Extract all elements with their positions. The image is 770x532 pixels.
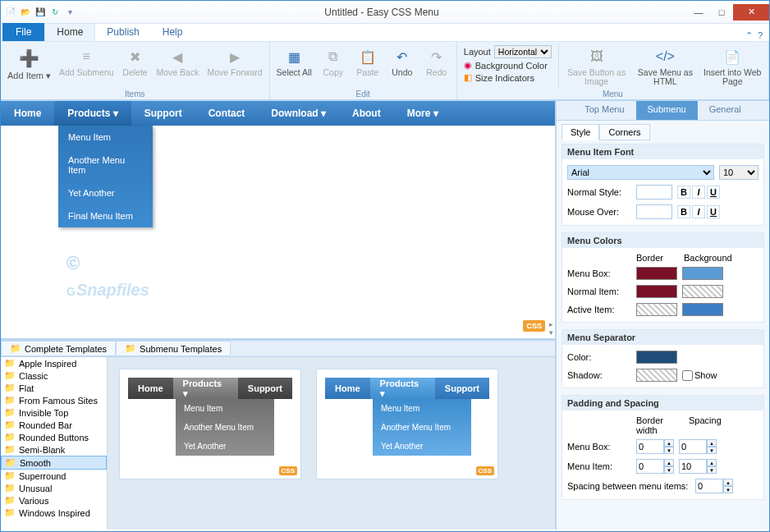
mouseover-style-input[interactable]: [636, 204, 672, 219]
folder-item[interactable]: 📁Rounded Buttons: [1, 431, 107, 443]
normal-border-swatch[interactable]: [636, 285, 677, 298]
folder-item[interactable]: 📁Unusual: [1, 482, 107, 494]
folder-item[interactable]: 📁Smooth: [1, 456, 107, 470]
active-bg-swatch[interactable]: [682, 303, 723, 316]
normal-bg-swatch[interactable]: [682, 285, 723, 298]
corners-subtab[interactable]: Corners: [599, 124, 649, 140]
submenu-tab[interactable]: Submenu: [636, 101, 698, 120]
preview-menu-item[interactable]: Support: [131, 101, 195, 126]
qat-refresh-icon[interactable]: ↻: [48, 6, 62, 19]
paste-button[interactable]: 📋Paste: [351, 44, 384, 89]
folder-item[interactable]: 📁Classic: [1, 369, 107, 382]
top-menu-tab[interactable]: Top Menu: [573, 101, 635, 120]
preview-menu-item[interactable]: Home: [1, 101, 54, 126]
add-item-button[interactable]: ➕Add Item ▾: [4, 44, 54, 89]
bold-button[interactable]: B: [677, 186, 690, 199]
between-items-spacing[interactable]: ▲▼: [695, 479, 733, 493]
ribbon-group-menu: Layout Horizontal ◉Background Color ◧Siz…: [457, 42, 769, 99]
folder-item[interactable]: 📁Semi-Blank: [1, 443, 107, 456]
style-subtab[interactable]: Style: [561, 124, 599, 140]
copy-button[interactable]: ⧉Copy: [317, 44, 350, 89]
template-tab[interactable]: 📁Complete Templates: [1, 341, 116, 356]
layout-select[interactable]: Horizontal: [494, 45, 552, 58]
title-bar: 📄 📂 💾 ↻ ▾ Untitled - Easy CSS Menu — □ ✕: [1, 1, 769, 24]
font-family-select[interactable]: Arial: [567, 165, 714, 180]
preview-menu-item[interactable]: More ▾: [394, 101, 451, 126]
css-badge: CSS: [523, 320, 545, 332]
scroll-indicator[interactable]: ▸▾: [549, 320, 553, 337]
save-button-image[interactable]: 🖼Save Button as Image: [562, 44, 631, 89]
template-thumbnails: HomeProducts ▾Support Menu ItemAnother M…: [108, 357, 555, 530]
undo-button[interactable]: ↶Undo: [386, 44, 419, 89]
template-thumb-dark[interactable]: HomeProducts ▾Support Menu ItemAnother M…: [119, 369, 301, 479]
window-title: Untitled - Easy CSS Menu: [76, 7, 687, 18]
preview-menubar: HomeProducts ▾SupportContactDownload ▾Ab…: [1, 101, 555, 126]
move-forward-button[interactable]: ▶Move Forward: [204, 44, 265, 89]
preview-menu-item[interactable]: Download ▾: [258, 101, 339, 126]
preview-menu-item[interactable]: About: [339, 101, 394, 126]
properties-pane: Top Menu Submenu General Style Corners M…: [556, 101, 769, 530]
italic-button[interactable]: I: [692, 186, 705, 199]
insert-web-page[interactable]: 📄Insert into Web Page: [699, 44, 765, 89]
qat-open-icon[interactable]: 📂: [19, 6, 32, 19]
save-menu-html[interactable]: </>Save Menu as HTML: [632, 44, 698, 89]
publish-tab[interactable]: Publish: [95, 23, 150, 41]
underline-hover-button[interactable]: U: [707, 205, 720, 218]
folder-item[interactable]: 📁Rounded Bar: [1, 419, 107, 431]
bg-color-option[interactable]: ◉Background Color: [464, 60, 552, 71]
folder-item[interactable]: 📁Flat: [1, 382, 107, 394]
preview-menu-item[interactable]: Products ▾: [54, 101, 131, 126]
general-tab[interactable]: General: [698, 101, 753, 120]
redo-button[interactable]: ↷Redo: [420, 44, 453, 89]
delete-button[interactable]: ✖Delete: [119, 44, 152, 89]
folder-item[interactable]: 📁Windows Inspired: [1, 507, 107, 519]
menu-options: Layout Horizontal ◉Background Color ◧Siz…: [461, 44, 555, 89]
qat-dropdown-icon[interactable]: ▾: [63, 6, 76, 19]
preview-submenu-item[interactable]: Yet Another: [58, 181, 153, 204]
folder-item[interactable]: 📁Apple Inspired: [1, 357, 107, 369]
menubox-spacing[interactable]: ▲▼: [679, 439, 717, 454]
menubox-border-width[interactable]: ▲▼: [636, 439, 674, 454]
menuitem-border-width[interactable]: ▲▼: [636, 459, 674, 474]
ribbon-help-icon[interactable]: ?: [758, 30, 763, 41]
underline-button[interactable]: U: [707, 186, 720, 199]
folder-item[interactable]: 📁Various: [1, 494, 107, 507]
home-tab[interactable]: Home: [44, 23, 95, 41]
template-tab[interactable]: 📁Submenu Templates: [116, 341, 231, 356]
normal-style-input[interactable]: [636, 185, 672, 200]
template-thumb-blue[interactable]: HomeProducts ▾Support Menu ItemAnother M…: [316, 369, 498, 479]
template-tabs: 📁Complete Templates📁Submenu Templates: [1, 341, 555, 357]
italic-hover-button[interactable]: I: [692, 205, 705, 218]
close-button[interactable]: ✕: [733, 4, 769, 21]
help-tab[interactable]: Help: [151, 23, 195, 41]
minimize-button[interactable]: —: [687, 4, 710, 21]
ribbon-tabs: File Home Publish Help ⌃ ?: [1, 24, 769, 42]
ribbon-collapse-icon[interactable]: ⌃: [745, 30, 753, 41]
bold-hover-button[interactable]: B: [677, 205, 690, 218]
font-size-select[interactable]: 10: [719, 165, 759, 180]
select-all-button[interactable]: ▦Select All: [273, 44, 315, 89]
separator-shadow-swatch[interactable]: [636, 369, 677, 382]
qat-new-icon[interactable]: 📄: [4, 6, 17, 19]
folder-item[interactable]: 📁Invisible Top: [1, 406, 107, 419]
main-area: HomeProducts ▾SupportContactDownload ▾Ab…: [1, 101, 769, 530]
size-indicators-option[interactable]: ◧Size Indicators: [464, 72, 552, 83]
folder-item[interactable]: 📁Superround: [1, 470, 107, 482]
separator-color-swatch[interactable]: [636, 351, 677, 364]
preview-submenu-item[interactable]: Final Menu Item: [58, 204, 153, 227]
folder-item[interactable]: 📁From Famous Sites: [1, 394, 107, 406]
maximize-button[interactable]: □: [710, 4, 733, 21]
ribbon-group-edit: ▦Select All ⧉Copy 📋Paste ↶Undo ↷Redo Edi…: [270, 42, 457, 99]
qat-save-icon[interactable]: 💾: [34, 6, 47, 19]
preview-menu-item[interactable]: Contact: [195, 101, 259, 126]
menuitem-spacing[interactable]: ▲▼: [679, 459, 717, 474]
preview-submenu-item[interactable]: Another Menu Item: [58, 149, 153, 181]
file-tab[interactable]: File: [2, 23, 44, 41]
move-back-button[interactable]: ◀Move Back: [154, 44, 203, 89]
menubox-border-swatch[interactable]: [636, 267, 677, 280]
active-border-swatch[interactable]: [636, 303, 677, 316]
preview-submenu-item[interactable]: Menu Item: [58, 126, 153, 149]
add-submenu-button[interactable]: ≡Add Submenu: [56, 44, 117, 89]
menubox-bg-swatch[interactable]: [682, 267, 723, 280]
show-shadow-checkbox[interactable]: [682, 370, 693, 381]
